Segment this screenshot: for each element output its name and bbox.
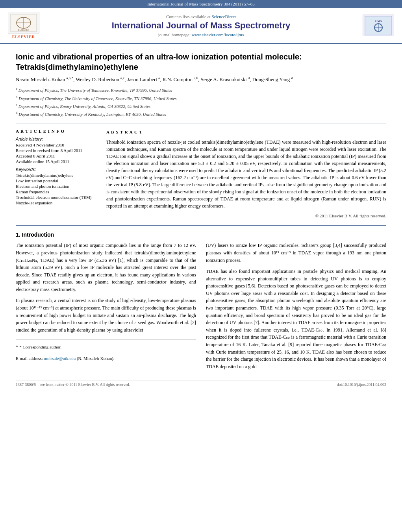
intro-col-right: (UV) lasers to ionize low IP organic mol… bbox=[206, 242, 386, 374]
journal-header: ELSEVIER ELSEVIER Contents lists availab… bbox=[0, 8, 402, 44]
affiliation-d: d Department of Chemistry, University of… bbox=[16, 110, 386, 118]
affiliation-c: c Department of Physics, Emory Universit… bbox=[16, 102, 386, 110]
introduction-two-col: The ionization potential (IP) of most or… bbox=[16, 242, 386, 374]
elsevier-logo-image: ELSEVIER bbox=[8, 12, 39, 33]
accepted-date: Accepted 8 April 2011 bbox=[16, 154, 98, 158]
sciencedirect-hyperlink[interactable]: ScienceDirect bbox=[211, 14, 236, 19]
svg-text:ELSEVIER: ELSEVIER bbox=[18, 29, 29, 31]
journal-center-info: Contents lists available at ScienceDirec… bbox=[47, 14, 355, 37]
email-link[interactable]: nmirsale@utk.edu bbox=[44, 356, 76, 361]
bottom-left-text: 1387-3806/$ – see front matter © 2011 El… bbox=[16, 382, 130, 387]
section-1-title: 1. Introduction bbox=[16, 232, 386, 238]
article-info-abstract-section: A R T I C L E I N F O Article history: R… bbox=[16, 124, 386, 219]
keywords-heading: Keywords: bbox=[16, 167, 98, 172]
affiliations-section: a Department of Physics, The University … bbox=[16, 86, 386, 118]
keyword-6: Nozzle-jet expansion bbox=[16, 200, 98, 205]
authors-text: Nasrin Mirsaleh–Kohan a,b,*, Wesley D. R… bbox=[16, 76, 293, 82]
keywords-list: Tetrakis(dimethylamino)ethylene Low ioni… bbox=[16, 173, 98, 205]
elsevier-logo-section: ELSEVIER ELSEVIER bbox=[8, 12, 39, 39]
keyword-2: Low ionization potential bbox=[16, 178, 98, 183]
footnote-email: E-mail address: nmirsale@utk.edu (N. Mir… bbox=[16, 355, 196, 362]
abstract-column: A B S T R A C T Threshold ionization spe… bbox=[106, 129, 386, 219]
svg-text:IJMS: IJMS bbox=[375, 20, 382, 23]
journal-logo-right: IJMS bbox=[363, 15, 394, 36]
sciencedirect-link: Contents lists available at ScienceDirec… bbox=[47, 14, 355, 19]
journal-title: International Journal of Mass Spectromet… bbox=[47, 20, 355, 31]
journal-citation-bar: International Journal of Mass Spectromet… bbox=[0, 0, 402, 8]
bottom-bar: 1387-3806/$ – see front matter © 2011 El… bbox=[16, 380, 386, 387]
article-history-heading: Article history: bbox=[16, 137, 98, 141]
main-content-section: 1. Introduction The ionization potential… bbox=[16, 225, 386, 387]
keyword-1: Tetrakis(dimethylamino)ethylene bbox=[16, 173, 98, 178]
keyword-5: Trochoidal electron monochromator (TEM) bbox=[16, 195, 98, 200]
keyword-3: Electron and photon ionization bbox=[16, 184, 98, 189]
received-revised-date: Received in revised form 8 April 2011 bbox=[16, 148, 98, 153]
intro-para-4: TDAE has also found important applicatio… bbox=[206, 268, 386, 370]
bottom-right-doi: doi:10.1016/j.ijms.2011.04.002 bbox=[337, 382, 386, 387]
authors-line: Nasrin Mirsaleh–Kohan a,b,*, Wesley D. R… bbox=[16, 76, 386, 83]
article-info-column: A R T I C L E I N F O Article history: R… bbox=[16, 129, 98, 219]
journal-citation-text: International Journal of Mass Spectromet… bbox=[147, 2, 254, 6]
article-body: Ionic and vibrational properties of an u… bbox=[0, 44, 402, 395]
affiliation-a: a Department of Physics, The University … bbox=[16, 86, 386, 94]
article-info-heading: A R T I C L E I N F O bbox=[16, 129, 98, 133]
received-date: Received 4 November 2010 bbox=[16, 143, 98, 147]
journal-homepage-link[interactable]: www.elsevier.com/locate/ijms bbox=[192, 32, 244, 37]
intro-para-3: (UV) lasers to ionize low IP organic mol… bbox=[206, 242, 386, 264]
available-online-date: Available online 15 April 2011 bbox=[16, 159, 98, 164]
intro-col-left: The ionization potential (IP) of most or… bbox=[16, 242, 196, 374]
footnote-corresponding: * * Corresponding author. bbox=[16, 343, 196, 351]
intro-para-1: The ionization potential (IP) of most or… bbox=[16, 242, 196, 293]
journal-homepage: journal homepage: www.elsevier.com/locat… bbox=[47, 32, 355, 37]
abstract-heading: A B S T R A C T bbox=[106, 129, 386, 135]
article-title: Ionic and vibrational properties of an u… bbox=[16, 52, 386, 72]
footnote-section: * * Corresponding author. E-mail address… bbox=[16, 339, 196, 361]
copyright-line: © 2011 Elsevier B.V. All rights reserved… bbox=[106, 213, 386, 219]
affiliation-b: b Department of Chemistry, The Universit… bbox=[16, 94, 386, 102]
intro-para-2: In plasma research, a central interest i… bbox=[16, 297, 196, 334]
keyword-4: Raman frequencies bbox=[16, 189, 98, 194]
elsevier-brand-text: ELSEVIER bbox=[12, 35, 35, 39]
abstract-text: Threshold ionization spectra of nozzle-j… bbox=[106, 139, 386, 209]
